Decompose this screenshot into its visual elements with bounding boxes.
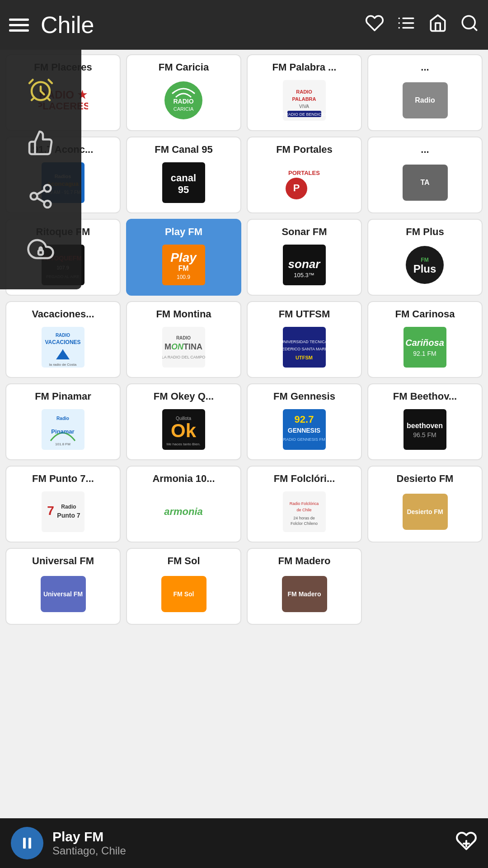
svg-text:armonia: armonia [164, 506, 203, 517]
svg-line-7 [473, 27, 477, 30]
svg-text:de Chile: de Chile [296, 508, 311, 512]
svg-text:GENNESIS: GENNESIS [288, 427, 320, 434]
share-button[interactable] [20, 176, 61, 217]
player-station-sub: Santiago, Chile [52, 844, 446, 857]
radio-card-playfm[interactable]: Play FM Play FM 100.9 [126, 219, 241, 296]
radio-card[interactable]: FM Plus FM Plus [367, 219, 483, 296]
svg-rect-92 [23, 838, 26, 849]
svg-text:Cariñosa: Cariñosa [405, 338, 444, 348]
svg-text:P: P [293, 182, 300, 193]
radio-card[interactable]: FM Madero FM Madero [247, 548, 362, 625]
svg-text:canal: canal [171, 172, 196, 184]
radio-card[interactable]: FM Portales PORTALES P [247, 137, 362, 213]
svg-text:RADIO: RADIO [56, 333, 70, 338]
svg-text:RADIO: RADIO [296, 89, 312, 94]
svg-text:RADIO: RADIO [173, 98, 193, 105]
svg-text:Radio: Radio [56, 416, 69, 421]
radio-card[interactable]: FM Carinosa Cariñosa 92.1 FM [367, 301, 483, 378]
svg-text:Radio: Radio [61, 504, 76, 510]
thumbsup-button[interactable] [20, 123, 61, 163]
svg-line-12 [37, 198, 44, 203]
svg-text:LA RADIO DEL CAMPO: LA RADIO DEL CAMPO [162, 355, 205, 359]
svg-text:RADIO GENNESIS FM: RADIO GENNESIS FM [283, 437, 325, 442]
list-icon[interactable] [397, 14, 416, 37]
radio-card[interactable]: FM Montina RADIO MONTINA LA RADIO DEL CA… [126, 301, 241, 378]
radio-card[interactable]: Vacaciones... RADIO VACACIONES la radio … [5, 301, 121, 378]
svg-line-13 [37, 190, 44, 194]
radio-card[interactable]: FM Canal 95 canal 95 [126, 137, 241, 213]
svg-text:UTFSM: UTFSM [296, 355, 313, 360]
svg-text:CARICIA: CARICIA [174, 106, 194, 112]
favorites-icon[interactable] [365, 14, 384, 37]
svg-text:Radio Folclórica: Radio Folclórica [290, 501, 319, 506]
radio-card[interactable]: FM Okey Q... Quillota Ok Me haces tanto … [126, 383, 241, 460]
svg-text:92.1 FM: 92.1 FM [413, 350, 436, 357]
svg-rect-78 [404, 409, 446, 450]
svg-text:Folclor Chileno: Folclor Chileno [291, 521, 318, 526]
svg-text:RADIO: RADIO [176, 335, 191, 340]
svg-rect-93 [28, 838, 31, 849]
radio-card[interactable]: FM Beethov... beethoven 96.5 FM [367, 383, 483, 460]
svg-text:95: 95 [178, 184, 189, 195]
svg-text:sonar: sonar [288, 257, 321, 271]
play-pause-button[interactable] [11, 827, 43, 859]
radio-card[interactable]: FM Gennesis 92.7 GENNESIS RADIO GENNESIS… [247, 383, 362, 460]
radio-card[interactable]: FM Punto 7... 7 Radio Punto 7 [5, 466, 121, 542]
cloud-lock-button[interactable] [20, 229, 61, 269]
svg-text:UNIVERSIDAD TECNICA: UNIVERSIDAD TECNICA [283, 340, 326, 344]
radio-card[interactable]: FM UTFSM UNIVERSIDAD TECNICA FEDERICO SA… [247, 301, 362, 378]
svg-text:92.7: 92.7 [295, 414, 314, 425]
menu-button[interactable] [9, 19, 32, 32]
side-panel [0, 50, 81, 289]
svg-text:Punto 7: Punto 7 [57, 512, 80, 519]
radio-card[interactable]: FM Folclóri... Radio Folclórica de Chile… [247, 466, 362, 542]
svg-text:105.3™: 105.3™ [294, 272, 314, 278]
home-icon[interactable] [428, 14, 447, 37]
search-icon[interactable] [460, 14, 479, 37]
player-bar: Play FM Santiago, Chile [0, 818, 488, 868]
svg-text:beethoven: beethoven [407, 422, 443, 429]
svg-text:LA RADIO DE BENDICION: LA RADIO DE BENDICION [283, 112, 326, 117]
svg-text:Ok: Ok [171, 420, 197, 441]
radio-card[interactable]: Sonar FM sonar 105.3™ [247, 219, 362, 296]
svg-text:Play: Play [170, 250, 197, 264]
radio-card[interactable]: FM Sol FM Sol [126, 548, 241, 625]
page-title: Chile [41, 11, 356, 38]
svg-text:Pinamar: Pinamar [51, 428, 74, 435]
svg-text:PORTALES: PORTALES [288, 170, 320, 176]
radio-card[interactable]: FM Pinamar Radio Pinamar 101.8 FM [5, 383, 121, 460]
radio-card[interactable]: Desierto FM Desierto FM [367, 466, 483, 542]
svg-text:FM: FM [178, 264, 188, 272]
svg-text:100.9: 100.9 [177, 274, 190, 280]
alarm-button[interactable] [20, 70, 61, 110]
svg-text:VIVA: VIVA [299, 104, 309, 109]
svg-text:96.5 FM: 96.5 FM [413, 431, 436, 439]
add-to-favorites-button[interactable] [455, 830, 477, 856]
svg-text:PALABRA: PALABRA [292, 96, 316, 102]
radio-card[interactable]: Universal FM Universal FM [5, 548, 121, 625]
radio-card[interactable]: ... TA [367, 137, 483, 213]
svg-text:FEDERICO SANTA MARIA: FEDERICO SANTA MARIA [283, 347, 326, 351]
svg-text:101.8 FM: 101.8 FM [55, 442, 70, 446]
svg-text:Plus: Plus [413, 263, 436, 275]
player-info: Play FM Santiago, Chile [52, 829, 446, 857]
svg-text:FM: FM [421, 257, 428, 263]
svg-text:24 horas de: 24 horas de [293, 516, 315, 520]
svg-text:VACACIONES: VACACIONES [45, 339, 80, 345]
player-station-name: Play FM [52, 829, 446, 844]
header-icons [365, 14, 479, 37]
radio-card[interactable]: FM Caricia RADIO CARICIA [126, 54, 241, 131]
radio-card[interactable]: Armonia 10... armonia [126, 466, 241, 542]
radio-card[interactable]: ... Radio [367, 54, 483, 131]
svg-text:7: 7 [47, 504, 54, 518]
svg-text:Me haces tanto Bien.: Me haces tanto Bien. [166, 442, 200, 446]
svg-text:la radio de Costa: la radio de Costa [49, 363, 77, 367]
radio-card[interactable]: FM Palabra ... RADIO PALABRA VIVA LA RAD… [247, 54, 362, 131]
svg-text:MONTINA: MONTINA [164, 342, 202, 351]
app-header: Chile [0, 0, 488, 50]
